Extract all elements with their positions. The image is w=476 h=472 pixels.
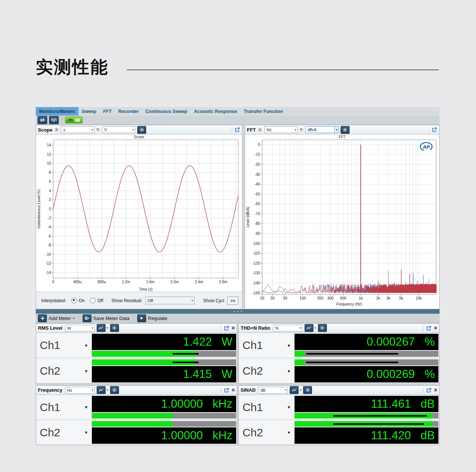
tab-fft[interactable]: FFT: [100, 107, 115, 116]
channel-row: Ch2▾111.420dB: [239, 420, 438, 444]
tab-sweep[interactable]: Sweep: [78, 107, 100, 116]
meter-unit-select[interactable]: Hz▾: [65, 387, 95, 394]
level-bar: [295, 351, 438, 357]
meter-settings-icon[interactable]: [303, 386, 312, 394]
meter-display-mode-icon[interactable]: [305, 324, 313, 332]
chevron-down-icon[interactable]: ▾: [107, 326, 108, 330]
svg-text:-40: -40: [255, 182, 260, 186]
scope-popout-icon[interactable]: [234, 127, 240, 133]
svg-text:Instantaneous Level (V): Instantaneous Level (V): [37, 189, 41, 229]
svg-text:2.0m: 2.0m: [170, 280, 178, 284]
svg-text:300: 300: [327, 296, 334, 300]
chevron-down-icon: ▾: [287, 430, 290, 435]
io-swap-icon[interactable]: [38, 116, 47, 124]
add-meter-button[interactable]: Add Meter ▾: [38, 314, 75, 322]
channel-name: Ch1: [40, 401, 60, 414]
channel-selector[interactable]: Ch2▾: [239, 359, 294, 382]
fft-y-unit-select[interactable]: dBrA▾: [305, 126, 339, 133]
svg-text:-110: -110: [253, 251, 260, 255]
svg-text:2: 2: [49, 198, 51, 202]
svg-text:2.4m: 2.4m: [195, 280, 203, 284]
svg-text:500: 500: [340, 296, 347, 300]
scope-x-unit-select[interactable]: s▾: [61, 126, 94, 133]
svg-text:-140: -140: [253, 281, 260, 285]
meter-settings-icon[interactable]: [110, 386, 119, 394]
save-meter-data-button[interactable]: Save Meter Data: [83, 314, 130, 322]
show-cycles-expand-button[interactable]: >>: [227, 297, 238, 305]
show-residual-select[interactable]: Off▾: [145, 297, 194, 304]
fft-chart: 0-10-20-30-40-50-60-70-80-90-100-110-120…: [245, 135, 439, 309]
meter-value-number: 1.422: [183, 335, 212, 349]
meter-settings-icon[interactable]: [110, 324, 119, 332]
meter-unit-select[interactable]: dB▾: [258, 387, 288, 394]
fft-popout-icon[interactable]: [431, 127, 437, 133]
generator-on-toggle[interactable]: ON: [65, 117, 83, 123]
channel-row: Ch1▾0.000267%: [239, 334, 438, 357]
meter-value-number: 111.420: [371, 429, 411, 442]
interpolated-off-radio[interactable]: Off: [90, 298, 103, 303]
svg-text:-6: -6: [48, 234, 51, 238]
scope-y-unit-select[interactable]: V▾: [102, 126, 135, 133]
interpolated-label: Interpolated:: [41, 298, 66, 303]
meter-sinad: SINADdB▾▾×Ch1▾111.461dBCh2▾111.420dB: [238, 385, 440, 445]
meter-display-mode-icon[interactable]: [97, 386, 106, 394]
scope-settings-icon[interactable]: [137, 126, 146, 134]
tab-bar: Monitors/MetersSweepFFTRecorderContinuou…: [36, 107, 440, 116]
channel-selector[interactable]: Ch2▾: [36, 359, 91, 382]
meter-value: 1.415W: [92, 366, 236, 382]
scope-panel-title: Scope: [38, 127, 52, 133]
fft-settings-icon[interactable]: [341, 126, 350, 134]
svg-text:-70: -70: [255, 212, 260, 216]
meter-popout-icon[interactable]: [426, 325, 432, 331]
meter-close-icon[interactable]: ×: [434, 326, 437, 331]
svg-text:-10: -10: [46, 252, 51, 256]
regulate-button[interactable]: Regulate: [137, 314, 167, 322]
tab-transfer-function[interactable]: Transfer Function: [240, 107, 286, 116]
meter-close-icon[interactable]: ×: [434, 388, 437, 393]
svg-text:10: 10: [47, 161, 51, 165]
level-bar-fill: [92, 413, 173, 418]
level-bar-fill: [92, 421, 173, 427]
meter-body: Ch1▾111.461dBCh2▾111.420dB: [239, 395, 439, 445]
svg-text:3k: 3k: [386, 296, 391, 300]
meter-close-icon[interactable]: ×: [232, 326, 235, 331]
header-divider: [429, 127, 429, 133]
chevron-down-icon[interactable]: ▾: [300, 388, 301, 392]
tab-acoustic-response[interactable]: Acoustic Response: [190, 107, 240, 116]
meter-settings-icon[interactable]: [318, 324, 327, 332]
svg-text:1.2m: 1.2m: [122, 280, 130, 284]
svg-text:-90: -90: [255, 232, 260, 236]
channel-selector[interactable]: Ch2▾: [239, 421, 294, 444]
meter-popout-icon[interactable]: [223, 387, 229, 393]
svg-text:-100: -100: [253, 242, 260, 246]
svg-text:AP: AP: [422, 144, 430, 150]
signal-wave-icon[interactable]: [49, 116, 59, 124]
meter-display-mode-icon[interactable]: [97, 324, 106, 332]
meter-unit-select[interactable]: W▾: [65, 325, 95, 332]
channel-selector[interactable]: Ch1▾: [239, 334, 294, 357]
channel-selector[interactable]: Ch1▾: [36, 396, 91, 418]
tab-continuous-sweep[interactable]: Continuous Sweep: [142, 107, 191, 116]
channel-selector[interactable]: Ch1▾: [239, 396, 294, 418]
chevron-down-icon[interactable]: ▾: [107, 388, 108, 392]
page-title: 实测性能: [36, 56, 109, 79]
chevron-down-icon[interactable]: ▾: [315, 326, 316, 330]
meter-unit-select[interactable]: %▾: [273, 325, 303, 332]
toolbar-separator: [62, 117, 62, 123]
splitter-handle[interactable]: [36, 309, 440, 314]
channel-name: Ch2: [40, 426, 60, 439]
meter-display-mode-icon[interactable]: [290, 386, 299, 394]
meter-close-icon[interactable]: ×: [232, 388, 235, 393]
interpolated-on-radio[interactable]: On: [71, 298, 85, 303]
meter-popout-icon[interactable]: [426, 387, 432, 393]
splitter-dot: [241, 311, 242, 312]
meter-popout-icon[interactable]: [223, 325, 229, 331]
svg-text:0: 0: [258, 143, 260, 147]
meter-body: Ch1▾1.422WCh2▾1.415W: [36, 333, 237, 384]
meter-title: Frequency: [38, 387, 62, 393]
tab-monitors-meters[interactable]: Monitors/Meters: [36, 107, 78, 116]
tab-recorder[interactable]: Recorder: [115, 107, 142, 116]
channel-selector[interactable]: Ch2▾: [36, 421, 91, 444]
fft-x-unit-select[interactable]: Hz▾: [264, 126, 298, 133]
channel-selector[interactable]: Ch1▾: [36, 334, 91, 357]
